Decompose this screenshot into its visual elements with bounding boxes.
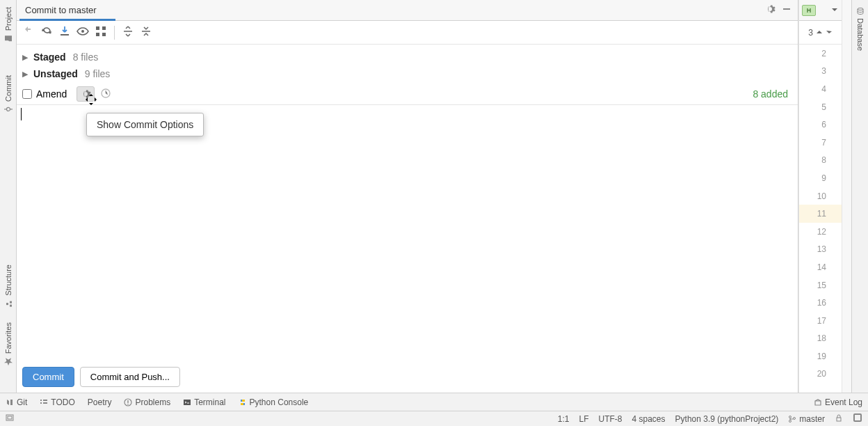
svg-rect-21 <box>128 404 129 404</box>
tab-event-log[interactable]: Event Log <box>814 397 862 407</box>
minimize-icon[interactable] <box>781 3 792 17</box>
svg-point-14 <box>858 8 863 10</box>
svg-point-27 <box>794 417 796 419</box>
tab-event-log-label: Event Log <box>825 397 862 407</box>
tab-git[interactable]: Git <box>6 397 27 407</box>
commit-message-input[interactable] <box>17 105 798 361</box>
svg-rect-10 <box>102 26 106 30</box>
line-number: 9 <box>799 169 842 187</box>
rail-tab-project-label: Project <box>4 7 13 31</box>
gear-icon[interactable] <box>764 3 775 17</box>
line-numbers: 234567891011121314151617181920 <box>799 45 842 393</box>
line-number: 12 <box>799 223 842 241</box>
svg-point-25 <box>789 416 791 418</box>
eye-icon[interactable] <box>75 24 90 42</box>
chevron-down-icon[interactable] <box>826 28 833 38</box>
amend-label: Amend <box>36 88 67 100</box>
status-position[interactable]: 1:1 <box>558 414 570 424</box>
chevron-right-icon[interactable]: ▶ <box>22 53 29 62</box>
resize-cursor-icon <box>85 93 97 106</box>
added-count: 8 added <box>753 88 792 100</box>
commit-button[interactable]: Commit <box>22 367 74 387</box>
left-tool-rail: Project Commit Structure Favorites <box>0 0 17 393</box>
line-number: 11 <box>799 205 842 223</box>
commit-toolbar <box>17 21 798 45</box>
download-icon[interactable] <box>57 24 72 42</box>
lock-icon[interactable] <box>835 413 843 424</box>
svg-rect-12 <box>102 33 106 36</box>
refresh-icon[interactable] <box>39 24 54 42</box>
chevron-down-icon[interactable] <box>830 4 839 17</box>
status-sdk[interactable]: Python 3.9 (pythonProject2) <box>675 414 779 424</box>
history-icon[interactable] <box>100 88 111 101</box>
line-number: 5 <box>799 98 842 116</box>
unstaged-row[interactable]: ▶ Unstaged 9 files <box>22 65 792 82</box>
status-indent[interactable]: 4 spaces <box>632 414 666 424</box>
tab-git-label: Git <box>17 397 27 407</box>
tab-terminal-label: Terminal <box>194 397 225 407</box>
staged-row[interactable]: ▶ Staged 8 files <box>22 49 792 65</box>
rail-tab-commit[interactable]: Commit <box>3 71 13 118</box>
tab-python-console-label: Python Console <box>250 397 309 407</box>
status-icon[interactable] <box>6 413 15 425</box>
tab-todo[interactable]: TODO <box>40 397 74 407</box>
commit-button-row: Commit Commit and Push... <box>17 361 798 393</box>
chevron-up-icon[interactable] <box>816 28 823 38</box>
star-icon <box>3 356 13 366</box>
panel-title: Commit to master <box>25 5 764 15</box>
status-branch[interactable]: master <box>788 414 825 424</box>
editor-gutter-panel: H 3 234567891011121314151617181920 <box>798 0 842 393</box>
commit-and-push-button[interactable]: Commit and Push... <box>80 367 180 387</box>
svg-rect-3 <box>10 305 12 307</box>
tab-python-console[interactable]: Python Console <box>239 397 309 407</box>
toolbar-separator <box>114 26 115 40</box>
svg-rect-17 <box>40 402 42 404</box>
tab-poetry[interactable]: Poetry <box>88 397 112 407</box>
status-line-sep[interactable]: LF <box>579 414 589 424</box>
tab-terminal[interactable]: Terminal <box>183 397 225 407</box>
search-count: 3 <box>808 28 813 38</box>
unstaged-count: 9 files <box>85 68 111 79</box>
text-caret <box>21 108 22 120</box>
rail-tab-database-label: Database <box>856 18 865 51</box>
rail-tab-database[interactable]: Database <box>856 3 865 55</box>
rail-tab-structure[interactable]: Structure <box>3 260 13 313</box>
tab-problems[interactable]: Problems <box>124 397 170 407</box>
chevron-right-icon[interactable]: ▶ <box>22 70 29 79</box>
staged-count: 8 files <box>73 52 99 63</box>
svg-rect-16 <box>43 400 47 401</box>
commit-panel: Commit to master <box>17 0 798 393</box>
collapse-icon[interactable] <box>138 24 154 42</box>
structure-icon <box>3 299 13 308</box>
expand-icon[interactable] <box>120 24 136 42</box>
commit-icon <box>3 104 13 114</box>
amend-row: Amend 8 added Show Commit Options <box>17 84 798 105</box>
tooltip: Show Commit Options <box>86 113 204 136</box>
svg-rect-11 <box>96 33 99 36</box>
svg-rect-30 <box>855 415 860 420</box>
line-number: 2 <box>799 45 842 63</box>
svg-rect-28 <box>837 418 841 421</box>
tab-problems-label: Problems <box>135 397 170 407</box>
line-number: 20 <box>799 365 842 384</box>
line-number: 10 <box>799 187 842 205</box>
rollback-icon[interactable] <box>21 24 36 42</box>
amend-checkbox[interactable] <box>22 89 32 99</box>
group-icon[interactable] <box>93 24 108 42</box>
line-number: 17 <box>799 312 842 330</box>
svg-rect-15 <box>40 400 42 401</box>
svg-point-0 <box>6 108 10 111</box>
rail-tab-favorites[interactable]: Favorites <box>3 318 13 370</box>
ide-icon[interactable] <box>853 413 862 425</box>
rail-tab-favorites-label: Favorites <box>4 322 13 354</box>
line-number: 14 <box>799 258 842 276</box>
line-number: 15 <box>799 276 842 294</box>
editor-scrollbar[interactable] <box>842 0 851 393</box>
svg-rect-20 <box>128 400 129 403</box>
line-number: 19 <box>799 347 842 365</box>
line-number: 13 <box>799 241 842 259</box>
svg-rect-7 <box>61 34 69 36</box>
rail-tab-project[interactable]: Project <box>3 3 13 47</box>
status-encoding[interactable]: UTF-8 <box>599 414 622 424</box>
active-tab-underline <box>19 19 115 21</box>
